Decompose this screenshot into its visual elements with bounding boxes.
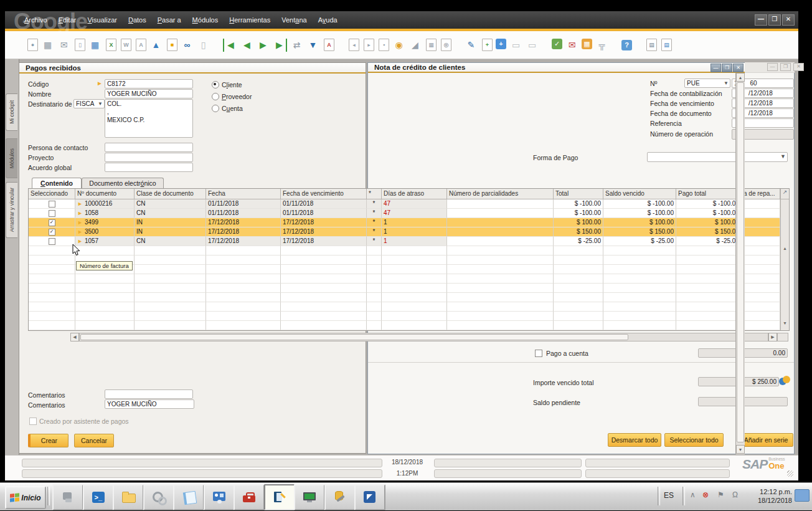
last-record-icon[interactable]: ▶ [273,39,287,52]
taskbar-button-folder[interactable] [113,484,144,510]
resize-grip[interactable] [787,470,793,477]
row-checkbox[interactable] [49,201,55,208]
org-chart-icon[interactable]: ╦ [595,39,608,52]
vscroll-up-button[interactable]: ▲ [736,73,745,82]
taskbar-button-remote-desktop[interactable] [354,484,385,510]
grid-header-total[interactable]: Total [554,189,603,199]
grid-header-date[interactable]: Fecha [206,189,281,199]
menu-pasar-a[interactable]: Pasar a [152,14,187,26]
taskbar-button-notepad[interactable] [173,484,204,510]
payment-means-icon[interactable]: ▦ [582,39,592,49]
add-series-button[interactable]: Añadir en serie [739,433,793,447]
page-setup-icon[interactable]: ▯ [75,39,85,51]
credit-note-window-title[interactable]: Nota de crédito de clientes — ❒ ✕ [368,63,745,73]
next-record-icon[interactable]: ▶ [257,39,270,52]
row-checkbox[interactable] [49,238,55,245]
grid-empty-row[interactable] [29,284,789,293]
grid-row[interactable]: ►10000216CN01/11/201801/11/2018*47$ -100… [29,199,789,209]
tab-documento-electrónico[interactable]: Documento electrónico [82,178,164,188]
copy-from-icon[interactable]: ◂ [349,39,359,51]
grid-empty-row[interactable] [29,302,789,312]
radio-cliente[interactable] [212,81,219,88]
grid-header-sel[interactable]: Seleccionado [29,189,75,199]
grid-header-star[interactable]: * [367,189,382,199]
payment-wizard-checkbox[interactable] [29,418,37,425]
taskbar-button-sap-business-one[interactable] [264,484,295,510]
vscroll-down-button[interactable]: ▼ [736,445,745,454]
cn-close-button[interactable]: ✕ [733,64,744,72]
chart-icon[interactable]: ◢ [408,39,422,52]
doc-link-arrow-icon[interactable]: ► [77,229,83,235]
radio-cuenta[interactable] [212,105,219,112]
side-tab-módulos[interactable]: Módulos [6,138,17,178]
side-tab-arrastrar-y-vincular[interactable]: Arrastrar y vincular [6,182,17,238]
pdf-export-icon[interactable]: A [136,39,146,51]
account-payment-checkbox[interactable] [535,350,542,357]
menu-ayuda[interactable]: Ayuda [313,14,343,26]
menu-datos[interactable]: Datos [123,14,152,26]
drag-relate-icon[interactable]: ◉ [392,39,405,52]
row-checkbox[interactable]: ✓ [49,219,55,226]
cancel-button[interactable]: Cancelar [74,434,114,447]
grid-empty-row[interactable]: ▲ [29,246,789,256]
grid-row[interactable]: ✓►3499IN17/12/201817/12/2018*1$ 100.00$ … [29,218,789,227]
grid-empty-row[interactable] [29,274,789,284]
hscroll-right-button[interactable]: ▶ [768,333,777,341]
grid-expand-icon[interactable]: ↗ [780,189,789,199]
grid-header-repa[interactable]: a de repa... [742,189,780,199]
name-field[interactable]: YOGER MUCIÑO [105,89,193,98]
select-all-button[interactable]: Seleccionar todo [664,433,724,447]
grid-empty-row[interactable] [29,265,789,274]
excel-export-icon[interactable]: X [106,39,116,51]
grid-header-installments[interactable]: Número de parcialidades [447,189,554,199]
lock-icon[interactable]: ■ [167,39,177,51]
menu-módulos[interactable]: Módulos [187,14,224,26]
tray-network-icon[interactable]: Ω [732,490,738,499]
tray-flag-icon[interactable]: ⚑ [717,490,724,499]
grid-empty-row[interactable]: ▼ [29,321,789,330]
new-document-icon[interactable]: + [482,39,493,51]
notebook-icon[interactable]: ▤ [646,39,657,51]
hscroll-left-button[interactable]: ◀ [70,333,79,341]
deselect-all-button[interactable]: Desmarcar todo [608,433,661,447]
fax-icon[interactable]: ▦ [88,39,102,52]
message-icon[interactable]: ▭ [509,39,522,52]
print-icon[interactable]: ▦ [41,39,54,52]
message-reply-icon[interactable]: ▭ [526,39,539,52]
taskbar-button-powershell[interactable]: >_ [83,484,114,510]
doc-link-arrow-icon[interactable]: ► [77,201,83,207]
grid-row[interactable]: ✓►3500IN17/12/201817/12/2018*1$ 150.00$ … [29,227,789,237]
row-checkbox[interactable]: ✓ [49,229,55,236]
radio-proveedor[interactable] [212,93,219,100]
grid-header-doc[interactable]: Nº documento [75,189,135,199]
form-settings-icon[interactable]: ▦ [426,39,437,51]
grid-header-due_date[interactable]: Fecha de vencimiento [281,189,367,199]
calendar-icon[interactable]: ✓ [552,39,562,49]
payment-method-dropdown[interactable]: ▼ [647,152,788,162]
taskbar-button-control-panel[interactable] [204,484,235,510]
hscroll-thumb[interactable] [80,334,628,340]
edit-pencil-icon[interactable]: ✎ [465,39,478,52]
project-field[interactable] [105,153,193,162]
mail-pdf-icon[interactable]: ✉ [565,39,578,52]
taskbar-button-snipping-tool[interactable] [52,484,83,510]
restore-button[interactable]: ❒ [768,14,781,26]
grid-row[interactable]: ►1057CN17/12/201817/12/2018*1$ -25.00$ -… [29,237,789,246]
side-tab-mi-cockpit[interactable]: Mi cockpit [6,93,17,131]
menu-archivo[interactable]: Archivo [19,14,53,26]
notebook-sync-icon[interactable]: ▤ [661,39,672,51]
launch-application-icon[interactable]: ▲ [149,39,163,52]
grid-header-total_payment[interactable]: Pago total [676,189,742,199]
grid-empty-row[interactable] [29,312,789,321]
start-button[interactable]: Inicio [5,486,46,509]
tab-contenido[interactable]: Contenido [32,178,82,188]
grid-header-overdue_days[interactable]: Días de atraso [382,189,447,199]
show-hidden-icons[interactable]: ∧ [690,490,696,499]
grid-header-overdue_balance[interactable]: Saldo vencido [603,189,676,199]
grid-empty-row[interactable] [29,256,789,265]
menu-editar[interactable]: Editar [53,14,82,26]
show-desktop-button[interactable] [795,489,810,502]
hscroll-track[interactable] [79,333,768,341]
taskbar-button-database-tools[interactable] [324,484,356,510]
grid-header-doc_class[interactable]: Clase de documento [135,189,206,199]
